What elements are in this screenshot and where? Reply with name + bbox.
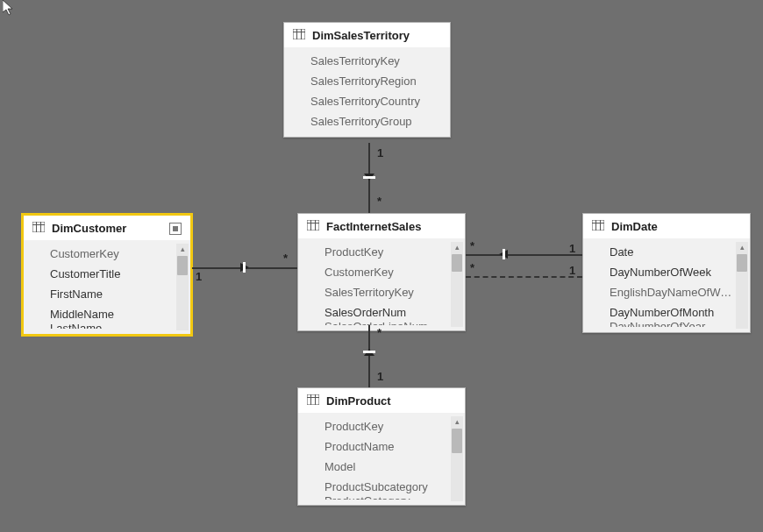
scroll-up-icon[interactable]: ▴ bbox=[455, 242, 460, 252]
scroll-thumb[interactable] bbox=[452, 429, 462, 453]
cardinality-one: 1 bbox=[569, 242, 575, 255]
table-header[interactable]: DimDate bbox=[583, 214, 750, 238]
field-item[interactable]: ProductKey bbox=[323, 242, 465, 262]
field-item[interactable]: SalesTerritoryRegion bbox=[309, 71, 450, 91]
cardinality-one: 1 bbox=[377, 146, 383, 160]
field-item[interactable]: CustomerTitle bbox=[48, 264, 190, 284]
filter-direction-icon bbox=[237, 259, 253, 272]
expand-icon[interactable] bbox=[169, 223, 182, 235]
table-title: DimDate bbox=[611, 220, 741, 233]
field-item[interactable]: ProductName bbox=[323, 436, 465, 457]
table-title: DimSalesTerritory bbox=[312, 29, 441, 42]
table-dim-date[interactable]: DimDate Date DayNumberOfWeek EnglishDayN… bbox=[582, 213, 751, 333]
pointer-cursor bbox=[3, 0, 15, 18]
field-item[interactable]: SalesTerritoryKey bbox=[323, 282, 465, 302]
relationship-line-inactive[interactable] bbox=[466, 276, 582, 278]
field-item[interactable]: SalesTerritoryKey bbox=[309, 51, 450, 71]
cardinality-one: 1 bbox=[196, 270, 202, 283]
field-item[interactable]: FirstName bbox=[48, 284, 190, 304]
table-icon bbox=[32, 222, 45, 235]
cardinality-many: * bbox=[377, 326, 382, 339]
table-title: DimProduct bbox=[326, 394, 456, 408]
scrollbar[interactable]: ▴ bbox=[451, 416, 463, 501]
table-header[interactable]: FactInternetSales bbox=[298, 214, 465, 238]
cardinality-many: * bbox=[283, 252, 288, 265]
field-item[interactable]: SalesTerritoryCountry bbox=[309, 91, 450, 111]
table-dim-sales-territory[interactable]: DimSalesTerritory SalesTerritoryKey Sale… bbox=[283, 22, 451, 138]
svg-rect-23 bbox=[243, 262, 246, 273]
table-dim-product[interactable]: DimProduct ProductKey ProductName Model … bbox=[297, 387, 466, 506]
field-list: Date DayNumberOfWeek EnglishDayNameOfWee… bbox=[583, 238, 750, 332]
field-item[interactable]: CustomerKey bbox=[323, 262, 465, 282]
svg-rect-27 bbox=[363, 351, 375, 353]
field-item[interactable]: LastName bbox=[48, 322, 190, 329]
svg-rect-4 bbox=[32, 222, 45, 232]
table-fact-internet-sales[interactable]: FactInternetSales ProductKey CustomerKey… bbox=[297, 213, 466, 331]
table-icon bbox=[592, 220, 604, 233]
table-icon bbox=[307, 220, 319, 233]
svg-rect-16 bbox=[307, 394, 319, 405]
svg-rect-12 bbox=[592, 220, 604, 231]
svg-rect-25 bbox=[503, 249, 505, 259]
field-item[interactable]: Date bbox=[608, 242, 750, 262]
scroll-thumb[interactable] bbox=[177, 256, 188, 275]
field-item[interactable]: SalesTerritoryGroup bbox=[309, 111, 450, 131]
field-item[interactable]: EnglishDayNameOfWeek bbox=[608, 282, 750, 302]
table-icon bbox=[293, 29, 305, 42]
table-header[interactable]: DimCustomer bbox=[24, 216, 190, 240]
table-dim-customer[interactable]: DimCustomer CustomerKey CustomerTitle Fi… bbox=[23, 215, 191, 335]
field-item[interactable]: DayNumberOfYear bbox=[608, 320, 750, 327]
field-list: CustomerKey CustomerTitle FirstName Midd… bbox=[24, 240, 190, 334]
cardinality-many: * bbox=[470, 261, 474, 274]
scroll-thumb[interactable] bbox=[737, 254, 747, 272]
model-diagram-canvas[interactable]: DimSalesTerritory SalesTerritoryKey Sale… bbox=[0, 0, 763, 532]
relationship-line[interactable] bbox=[466, 254, 582, 256]
field-item[interactable]: SalesOrderLineNum bbox=[323, 320, 465, 325]
svg-rect-8 bbox=[307, 220, 319, 231]
filter-direction-icon bbox=[361, 346, 377, 358]
svg-rect-0 bbox=[293, 29, 305, 39]
cardinality-many: * bbox=[377, 195, 382, 208]
cardinality-one: 1 bbox=[569, 264, 575, 277]
field-list: ProductKey ProductName Model ProductSubc… bbox=[298, 413, 465, 505]
table-header[interactable]: DimSalesTerritory bbox=[284, 23, 450, 47]
field-item[interactable]: ProductKey bbox=[323, 416, 465, 436]
scroll-thumb[interactable] bbox=[452, 254, 462, 272]
field-item[interactable]: CustomerKey bbox=[48, 244, 190, 264]
field-item[interactable]: DayNumberOfWeek bbox=[608, 262, 750, 282]
field-list: ProductKey CustomerKey SalesTerritoryKey… bbox=[298, 238, 465, 330]
field-item[interactable]: SalesOrderNum bbox=[323, 302, 465, 320]
filter-direction-icon bbox=[496, 246, 511, 259]
table-title: DimCustomer bbox=[52, 222, 164, 235]
scroll-up-icon[interactable]: ▴ bbox=[181, 244, 185, 254]
svg-rect-21 bbox=[363, 176, 375, 179]
field-item[interactable]: MiddleName bbox=[48, 304, 190, 322]
table-header[interactable]: DimProduct bbox=[298, 388, 465, 413]
table-icon bbox=[307, 394, 319, 408]
field-item[interactable]: DayNumberOfMonth bbox=[608, 302, 750, 320]
table-title: FactInternetSales bbox=[326, 220, 456, 233]
field-list: SalesTerritoryKey SalesTerritoryRegion S… bbox=[284, 47, 450, 137]
scrollbar[interactable]: ▴ bbox=[736, 242, 748, 329]
cardinality-one: 1 bbox=[377, 370, 383, 383]
scrollbar[interactable]: ▴ bbox=[176, 244, 189, 330]
scroll-up-icon[interactable]: ▴ bbox=[455, 416, 460, 427]
field-item[interactable]: ProductCategory bbox=[323, 494, 465, 500]
field-item[interactable]: Model bbox=[323, 457, 465, 477]
cardinality-many: * bbox=[470, 239, 474, 252]
scroll-up-icon[interactable]: ▴ bbox=[740, 242, 745, 252]
filter-direction-icon bbox=[361, 171, 377, 183]
scrollbar[interactable]: ▴ bbox=[451, 242, 463, 327]
field-item[interactable]: ProductSubcategory bbox=[323, 477, 465, 494]
